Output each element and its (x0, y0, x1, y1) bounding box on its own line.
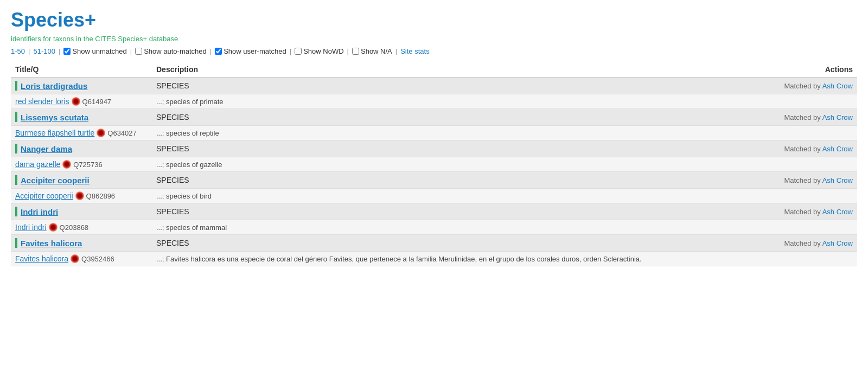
species-type: SPECIES (152, 78, 749, 94)
match-title-cell: Indri indri Q203868 (11, 220, 152, 235)
match-description: ...; species of bird (152, 189, 749, 203)
actions-cell: Matched by Ash Crow (749, 140, 857, 157)
match-actions (749, 220, 857, 235)
table-row: Loris tardigradusSPECIESMatched by Ash C… (11, 78, 857, 94)
qid: Q3952466 (81, 255, 114, 263)
green-bar (15, 112, 17, 122)
wikidata-icon (71, 254, 79, 263)
species-table: Title/Q Description Actions Loris tardig… (11, 62, 857, 266)
filter-show-user-matched[interactable]: Show user-matched (215, 47, 286, 55)
wikidata-icon (62, 160, 71, 169)
species-name[interactable]: Nanger dama (21, 144, 72, 153)
green-bar (15, 81, 17, 91)
wikidata-icon (49, 223, 58, 232)
species-name[interactable]: Indri indri (21, 207, 58, 216)
match-title-cell: dama gazelle Q725736 (11, 157, 152, 172)
species-name[interactable]: Favites halicora (21, 239, 82, 248)
list-item: Favites halicora Q3952466 ...; Favites h… (11, 252, 857, 266)
list-item: dama gazelle Q725736 ...; species of gaz… (11, 157, 857, 172)
table-row: Nanger damaSPECIESMatched by Ash Crow (11, 140, 857, 157)
filter-show-auto-matched[interactable]: Show auto-matched (135, 47, 207, 55)
match-description: ...; Favites halicora es una especie de … (152, 252, 749, 266)
species-name[interactable]: Loris tardigradus (21, 81, 87, 91)
qid: Q725736 (73, 161, 103, 169)
match-actions (749, 189, 857, 203)
species-type: SPECIES (152, 109, 749, 126)
green-bar (15, 238, 17, 248)
species-type: SPECIES (152, 235, 749, 252)
actions-cell: Matched by Ash Crow (749, 78, 857, 94)
pagination-1-50[interactable]: 1-50 (11, 47, 25, 55)
match-name-link[interactable]: dama gazelle (15, 160, 60, 169)
match-actions (749, 252, 857, 266)
match-name-link[interactable]: Accipiter cooperii (15, 191, 73, 200)
matched-by-link[interactable]: Ash Crow (822, 145, 853, 153)
qid: Q203868 (60, 223, 89, 232)
match-title-cell: Burmese flapshell turtle Q634027 (11, 126, 152, 140)
matched-by-link[interactable]: Ash Crow (822, 113, 853, 121)
list-item: Burmese flapshell turtle Q634027 ...; sp… (11, 126, 857, 140)
match-title-cell: Accipiter cooperii Q862896 (11, 189, 152, 203)
matched-by-link[interactable]: Ash Crow (822, 176, 853, 184)
match-description: ...; species of gazelle (152, 157, 749, 172)
col-header-actions: Actions (749, 62, 857, 78)
green-bar (15, 175, 17, 185)
match-name-link[interactable]: red slender loris (15, 97, 69, 106)
filter-show-nowd[interactable]: Show NoWD (295, 47, 343, 55)
match-name-link[interactable]: Favites halicora (15, 254, 68, 263)
matched-by-link[interactable]: Ash Crow (822, 208, 853, 216)
table-row: Lissemys scutataSPECIESMatched by Ash Cr… (11, 109, 857, 126)
actions-cell: Matched by Ash Crow (749, 109, 857, 126)
match-description: ...; species of mammal (152, 220, 749, 235)
match-actions (749, 94, 857, 109)
table-row: Accipiter cooperiiSPECIESMatched by Ash … (11, 172, 857, 189)
col-header-description: Description (152, 62, 749, 78)
matched-by-link[interactable]: Ash Crow (822, 82, 853, 90)
page-subtitle: identifiers for taxons in the CITES Spec… (11, 35, 857, 43)
species-name[interactable]: Accipiter cooperii (21, 176, 90, 185)
controls-bar: 1-50 | 51-100 | Show unmatched | Show au… (11, 47, 857, 55)
species-type: SPECIES (152, 203, 749, 220)
list-item: Indri indri Q203868 ...; species of mamm… (11, 220, 857, 235)
match-description: ...; species of primate (152, 94, 749, 109)
site-stats-link[interactable]: Site stats (400, 47, 429, 55)
wikidata-icon (72, 97, 80, 106)
table-row: Indri indriSPECIESMatched by Ash Crow (11, 203, 857, 220)
qid: Q862896 (86, 192, 116, 200)
pagination-51-100[interactable]: 51-100 (33, 47, 55, 55)
green-bar (15, 207, 17, 216)
page-title: Species+ (11, 9, 857, 31)
wikidata-icon (97, 129, 105, 137)
filter-show-unmatched[interactable]: Show unmatched (63, 47, 126, 55)
match-title-cell: red slender loris Q614947 (11, 94, 152, 109)
match-actions (749, 157, 857, 172)
wikidata-icon (75, 191, 84, 200)
green-bar (15, 144, 17, 153)
matched-by-link[interactable]: Ash Crow (822, 239, 853, 247)
species-type: SPECIES (152, 140, 749, 157)
qid: Q614947 (82, 98, 112, 106)
qid: Q634027 (107, 129, 137, 137)
actions-cell: Matched by Ash Crow (749, 172, 857, 189)
actions-cell: Matched by Ash Crow (749, 203, 857, 220)
list-item: Accipiter cooperii Q862896 ...; species … (11, 189, 857, 203)
match-name-link[interactable]: Indri indri (15, 223, 47, 232)
table-row: Favites halicoraSPECIESMatched by Ash Cr… (11, 235, 857, 252)
species-type: SPECIES (152, 172, 749, 189)
list-item: red slender loris Q614947 ...; species o… (11, 94, 857, 109)
col-header-title: Title/Q (11, 62, 152, 78)
match-description: ...; species of reptile (152, 126, 749, 140)
species-name[interactable]: Lissemys scutata (21, 113, 88, 122)
filter-show-na[interactable]: Show N/A (352, 47, 392, 55)
match-actions (749, 126, 857, 140)
match-name-link[interactable]: Burmese flapshell turtle (15, 129, 94, 137)
actions-cell: Matched by Ash Crow (749, 235, 857, 252)
match-title-cell: Favites halicora Q3952466 (11, 252, 152, 266)
